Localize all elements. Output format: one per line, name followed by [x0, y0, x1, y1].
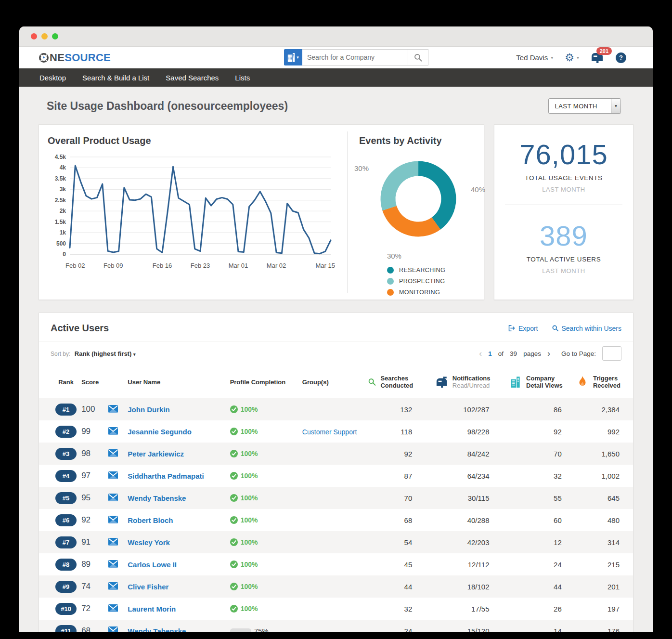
sort-by-label: Sort by: — [51, 351, 70, 357]
legend-dot — [387, 267, 394, 274]
company-detail-views-value: 14 — [503, 620, 575, 632]
user-menu[interactable]: Ted Davis ▾ — [516, 53, 553, 62]
group-link[interactable]: Customer Support — [302, 428, 357, 436]
notifications-value: 102/287 — [426, 398, 503, 420]
email-user-button[interactable] — [108, 428, 118, 436]
go-to-page-input[interactable] — [602, 346, 621, 361]
sort-dropdown[interactable]: Rank (highest first) ▾ — [75, 350, 136, 357]
notifications-button[interactable]: 201 — [591, 51, 604, 65]
svg-text:500: 500 — [56, 240, 66, 247]
profile-completion: 100% — [230, 405, 302, 413]
email-user-button[interactable] — [108, 450, 118, 458]
mailbox-icon — [436, 376, 448, 388]
searches-conducted-value: 118 — [368, 420, 426, 443]
company-detail-views-value: 55 — [503, 487, 575, 509]
settings-menu[interactable]: ⚙ ▾ — [565, 52, 579, 63]
email-user-button[interactable] — [108, 627, 118, 632]
total-pages: 39 — [510, 350, 517, 357]
totals-divider — [505, 205, 622, 205]
user-name-link[interactable]: Jesannie Segundo — [128, 428, 192, 436]
svg-text:3.5k: 3.5k — [55, 175, 66, 182]
search-submit-button[interactable] — [408, 49, 428, 65]
user-name-link[interactable]: Clive Fisher — [128, 583, 168, 591]
column-header-company_views: CompanyDetail Views — [503, 365, 575, 398]
company-detail-views-value: 24 — [503, 553, 575, 575]
nav-item-desktop[interactable]: Desktop — [39, 74, 66, 82]
searches-conducted-value: 92 — [368, 443, 426, 465]
triggers-received-value: 645 — [575, 487, 633, 509]
notifications-value: 84/242 — [426, 443, 503, 465]
email-icon — [108, 494, 118, 501]
triggers-received-value: 2,384 — [575, 398, 633, 420]
current-page[interactable]: 1 — [488, 350, 492, 357]
user-name-link[interactable]: Wesley York — [128, 538, 170, 547]
user-name-link[interactable]: Peter Jarkiewicz — [128, 450, 184, 458]
profile-completion: 100% — [230, 428, 302, 435]
export-icon — [507, 324, 516, 332]
close-window-button[interactable] — [31, 33, 37, 39]
search-icon — [552, 325, 559, 332]
nav-item-search-build-a-list[interactable]: Search & Build a List — [82, 74, 149, 82]
check-circle-icon — [230, 450, 238, 457]
zoom-window-button[interactable] — [52, 33, 58, 39]
user-name-link[interactable]: Wendy Tabenske — [128, 494, 186, 502]
email-user-button[interactable] — [108, 539, 118, 547]
nav-item-lists[interactable]: Lists — [235, 74, 250, 82]
email-user-button[interactable] — [108, 406, 118, 414]
chevron-down-icon: ▾ — [297, 55, 299, 60]
donut-pct-label-researching: 40% — [471, 185, 485, 194]
email-user-button[interactable] — [108, 472, 118, 481]
main-nav: DesktopSearch & Build a ListSaved Search… — [19, 68, 653, 87]
notifications-value: 18/102 — [426, 575, 503, 598]
notification-count-badge: 201 — [596, 47, 612, 55]
column-header-rank: Rank — [39, 365, 81, 398]
user-name-link[interactable]: Siddhartha Padmapati — [128, 472, 204, 480]
email-user-button[interactable] — [108, 495, 118, 503]
user-name-link[interactable]: Laurent Morin — [128, 605, 176, 613]
legend-dot — [387, 278, 394, 285]
check-circle-icon — [230, 428, 238, 435]
search-within-users-button[interactable]: Search within Users — [552, 324, 622, 332]
score-value: 74 — [81, 582, 90, 591]
column-header-searches: SearchesConducted — [368, 365, 426, 398]
triggers-received-value: 314 — [575, 531, 633, 553]
next-page-button[interactable]: › — [547, 349, 550, 359]
rank-badge: #5 — [55, 492, 77, 504]
svg-text:Feb 09: Feb 09 — [103, 262, 123, 269]
company-search-input[interactable] — [302, 49, 408, 65]
usage-charts-card: Overall Product Usage 05001k1.5k2k2.5k3k… — [39, 124, 484, 300]
email-user-button[interactable] — [108, 517, 118, 525]
profile-completion: 100% — [230, 516, 302, 524]
user-name-link[interactable]: John Durkin — [128, 405, 170, 414]
help-button[interactable]: ? — [616, 52, 626, 63]
browser-window: NESOURCE ▾ — [19, 26, 653, 632]
searches-conducted-value: 45 — [368, 553, 426, 575]
notifications-value: 12/112 — [426, 553, 503, 575]
user-name-link[interactable]: Wendy Tabenske — [128, 627, 186, 632]
table-row: #2 99 Jesannie Segundo 100% Customer Sup… — [39, 420, 633, 443]
export-button[interactable]: Export — [507, 324, 538, 332]
user-area: Ted Davis ▾ ⚙ ▾ 201 — [516, 51, 626, 65]
email-user-button[interactable] — [108, 583, 118, 591]
company-building-icon — [287, 52, 296, 62]
legend-dot — [387, 289, 394, 296]
triggers-received-value: 992 — [575, 420, 633, 443]
user-name-link[interactable]: Robert Bloch — [128, 516, 173, 524]
email-icon — [108, 626, 118, 632]
email-user-button[interactable] — [108, 561, 118, 569]
search-category-button[interactable]: ▾ — [284, 49, 302, 65]
email-user-button[interactable] — [108, 605, 118, 613]
onesource-logo[interactable]: NESOURCE — [39, 52, 111, 64]
prev-page-button[interactable]: ‹ — [479, 349, 482, 359]
profile-completion: 100% — [230, 494, 302, 502]
user-name-link[interactable]: Carlos Lowe II — [128, 561, 177, 569]
total-active-users-sublabel: LAST MONTH — [494, 267, 633, 274]
nav-item-saved-searches[interactable]: Saved Searches — [166, 74, 219, 82]
logo-text-one: NE — [50, 52, 65, 64]
svg-text:0: 0 — [63, 251, 66, 258]
notifications-value: 98/228 — [426, 420, 503, 443]
company-detail-views-value: 26 — [503, 598, 575, 620]
minimize-window-button[interactable] — [41, 33, 48, 39]
company-detail-views-value: 86 — [503, 398, 575, 420]
period-dropdown[interactable]: LAST MONTH ▼ — [548, 98, 621, 114]
